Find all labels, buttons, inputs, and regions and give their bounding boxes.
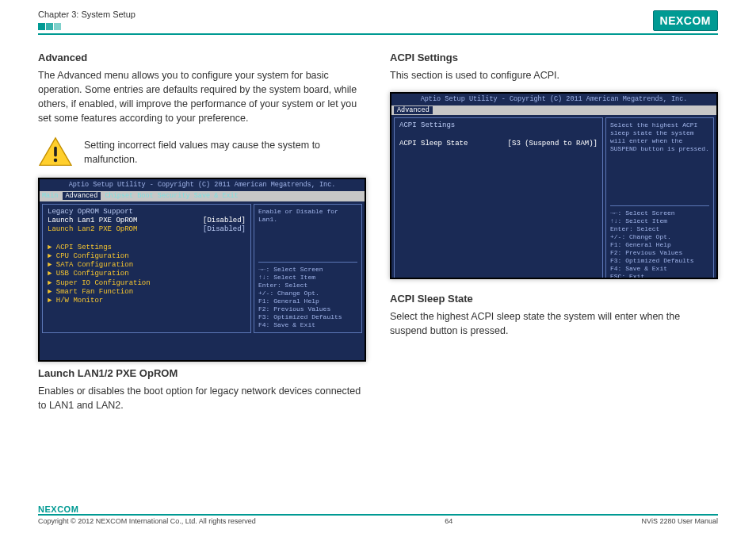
- acpi-sleep-desc: Select the highest ACPI sleep state the …: [390, 309, 718, 338]
- accent-squares: [38, 22, 136, 32]
- acpi-settings-heading: ACPI Settings: [390, 51, 718, 66]
- acpi-settings-desc: This section is used to configure ACPI.: [390, 68, 718, 82]
- footer-logo: NEXCOM: [38, 504, 718, 514]
- footer-copyright: Copyright © 2012 NEXCOM International Co…: [38, 517, 256, 525]
- warning-text: Setting incorrect field values may cause…: [84, 138, 366, 167]
- page-number: 64: [445, 517, 452, 525]
- svg-point-1: [54, 159, 58, 163]
- bios-advanced-screenshot: Aptio Setup Utility - Copyright (C) 2011…: [38, 178, 366, 362]
- bios-title: Aptio Setup Utility - Copyright (C) 2011…: [40, 179, 365, 191]
- bios-title2: Aptio Setup Utility - Copyright (C) 2011…: [391, 94, 716, 105]
- header-divider: [38, 33, 718, 35]
- chapter-label: Chapter 3: System Setup: [38, 10, 136, 19]
- launch-lan-desc: Enables or disables the boot option for …: [38, 384, 366, 412]
- bios-menu-bar2: Advanced: [391, 105, 716, 116]
- manual-name: NViS 2280 User Manual: [642, 517, 718, 525]
- bios-acpi-screenshot: Aptio Setup Utility - Copyright (C) 2011…: [390, 92, 718, 279]
- warning-icon: [38, 136, 73, 168]
- bios-menu-bar: Main Advanced Chipset Boot Security Save…: [40, 191, 365, 201]
- launch-lan-heading: Launch LAN1/2 PXE OpROM: [38, 366, 366, 382]
- brand-logo: NEXCOM: [653, 10, 718, 31]
- svg-rect-0: [54, 147, 57, 157]
- advanced-desc: The Advanced menu allows you to configur…: [38, 68, 366, 126]
- advanced-heading: Advanced: [38, 51, 366, 66]
- acpi-sleep-heading: ACPI Sleep State: [390, 292, 718, 307]
